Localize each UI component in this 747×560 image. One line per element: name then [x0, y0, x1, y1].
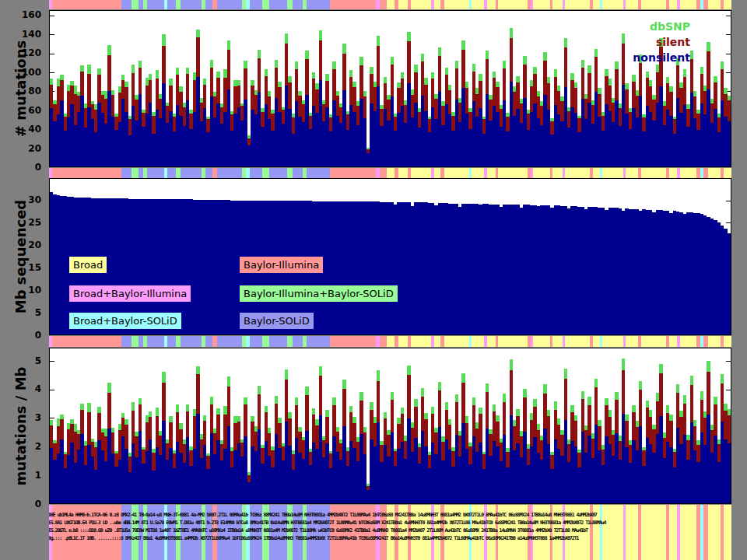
y-axis-tick-labels: 051015202530 — [10, 178, 44, 335]
rate-plot-area — [49, 348, 731, 504]
bar-segment-nonsilent — [728, 121, 731, 166]
center-legend-broad-baylor-illumina: Broad+Baylor-Illumina — [69, 285, 191, 302]
center-band-segment — [641, 168, 666, 178]
center-band-segment — [680, 0, 696, 9]
mutations-plot-area: dbSNPsilentnonsilent — [49, 10, 731, 167]
center-band-segment — [669, 0, 678, 9]
center-band-segment — [411, 336, 432, 347]
center-band-segment — [444, 336, 469, 347]
center-band-segment — [387, 0, 395, 9]
y-tick-label: 4 — [7, 384, 41, 394]
mb-plot-area: BroadBaylor-IlluminaBroad+Baylor-Illumin… — [49, 178, 731, 335]
y-tick — [50, 334, 54, 335]
center-band-segment — [205, 0, 212, 9]
center-legend-baylor-illumina-baylor-solid: Baylor-Illumina+Baylor-SOLiD — [240, 285, 398, 302]
y-tick-label: 10 — [7, 285, 41, 295]
y-tick-label: 3 — [7, 413, 41, 422]
center-band-segment — [167, 336, 176, 347]
center-band-segment — [565, 336, 590, 347]
y-tick-label: 20 — [7, 144, 41, 153]
center-band-segment — [205, 336, 212, 347]
center-band-segment — [472, 336, 484, 347]
center-band-segment — [708, 0, 721, 9]
center-band-segment — [472, 168, 484, 178]
y-tick — [50, 503, 54, 504]
center-band-segment — [593, 168, 600, 178]
center-color-band-top — [49, 0, 731, 9]
center-band-segment — [602, 336, 623, 347]
center-band-segment — [217, 0, 242, 9]
sample-bar — [728, 348, 731, 503]
center-band-segment — [669, 336, 678, 347]
panel-mutations-per-mb: mutations / Mb 012345 — [49, 348, 731, 504]
center-band-segment — [565, 168, 590, 178]
center-band-segment — [269, 0, 288, 9]
center-band-segment — [472, 0, 484, 9]
rate-bars — [50, 348, 731, 503]
center-band-segment — [52, 0, 121, 9]
center-band-segment — [626, 336, 638, 347]
center-band-segment — [593, 336, 600, 347]
sample-bar — [728, 11, 731, 166]
center-band-segment — [387, 168, 395, 178]
center-band-segment — [487, 168, 496, 178]
center-band-segment — [641, 0, 666, 9]
center-band-segment — [434, 336, 441, 347]
center-band-segment — [132, 336, 139, 347]
center-band-segment — [708, 168, 721, 178]
center-band-segment — [669, 168, 678, 178]
y-tick-label: 20 — [7, 240, 41, 250]
y-tick-label: 160 — [7, 10, 41, 19]
center-band-segment — [121, 168, 132, 178]
center-band-segment — [602, 168, 623, 178]
center-band-segment — [487, 0, 496, 9]
center-band-segment — [262, 0, 269, 9]
center-band-segment — [434, 168, 441, 178]
center-band-segment — [498, 0, 527, 9]
center-band-segment — [330, 0, 376, 9]
center-band-segment — [181, 0, 202, 9]
legend-item-silent: silent — [633, 34, 690, 50]
bar-segment-nonsilent — [728, 443, 731, 503]
center-band-segment — [444, 168, 469, 178]
y-tick-label: 15 — [7, 263, 41, 272]
center-band-segment — [217, 336, 242, 347]
y-tick-label: 1 — [7, 471, 41, 480]
center-band-segment — [411, 168, 432, 178]
center-band-segment — [269, 336, 288, 347]
center-band-segment — [552, 336, 563, 347]
y-tick-label: 80 — [7, 86, 41, 96]
center-band-segment — [132, 168, 139, 178]
center-band-segment — [250, 168, 262, 178]
center-band-segment — [181, 336, 202, 347]
center-band-segment — [487, 336, 496, 347]
figure-canvas: # mutations 020406080100120140160 dbSNPs… — [0, 0, 747, 560]
center-band-segment — [307, 0, 330, 9]
center-band-segment — [398, 0, 409, 9]
sample-label-row-4: C8z0g.::: .p0L1C.1T 10B. ......::::8 8MX… — [49, 536, 731, 541]
center-band-segment — [680, 168, 696, 178]
center-band-segment — [533, 168, 549, 178]
center-band-segment — [724, 336, 731, 347]
mutations-legend: dbSNPsilentnonsilent — [633, 19, 690, 65]
center-color-band-bottom: Tb.08E ub1ML4a HHM8-b.1TCA-06 0.z8 8MX2-… — [49, 505, 731, 560]
sample-label-row-2: 08-ES.8A1 L0GT1OB.E4 P1U.3 LD ..ube dBB.… — [49, 520, 731, 526]
center-band-segment — [708, 336, 721, 347]
center-band-segment — [330, 336, 376, 347]
center-band-segment — [147, 168, 163, 178]
center-band-segment — [307, 168, 330, 178]
mutations-bars — [50, 11, 731, 166]
sample-label-row-1: Tb.08E ub1ML4a HHM8-b.1TCA-06 0.z8 8MX2-… — [49, 513, 731, 518]
center-band-segment — [444, 0, 469, 9]
y-tick-label: 30 — [7, 195, 41, 205]
center-band-segment — [398, 336, 409, 347]
center-band-segment — [680, 336, 696, 347]
center-band-segment — [398, 168, 409, 178]
center-band-segment — [262, 336, 269, 347]
panel-mutations: # mutations 020406080100120140160 dbSNPs… — [49, 10, 731, 167]
centers-legend: BroadBaylor-IlluminaBroad+Baylor-Illumin… — [50, 179, 731, 334]
y-tick-label: 5 — [7, 308, 41, 317]
center-band-segment — [641, 336, 666, 347]
center-band-segment — [533, 0, 549, 9]
center-band-segment — [552, 168, 563, 178]
